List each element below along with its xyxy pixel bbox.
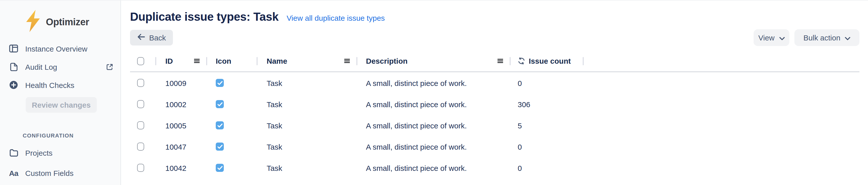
task-type-icon [216,79,224,87]
table-row[interactable]: 10002 Task A small, distinct piece of wo… [130,94,860,115]
cell-icon [206,94,256,115]
column-label-id: ID [165,57,173,65]
sidebar-item-label: Audit Log [25,62,57,71]
main-content: Duplicate issue types: Task View all dup… [122,0,868,185]
cell-icon [206,136,256,157]
sidebar-item-audit-log[interactable]: Audit Log [0,58,121,76]
header-cell-id: ID [155,51,206,71]
view-all-duplicates-link[interactable]: View all duplicate issue types [286,14,385,22]
cell-name: Task [256,136,356,157]
brand-name: Optimizer [46,17,89,28]
layout-icon [8,45,19,53]
cell-issue-count: 0 [509,157,583,179]
cell-issue-count: 0 [509,72,583,94]
cell-issue-count: 306 [509,94,583,115]
sidebar-item-label: Instance Overview [25,44,88,53]
sidebar-item-label: Projects [25,148,53,157]
cell-name: Task [256,157,356,179]
cell-description: A small, distinct piece of work. [356,136,509,157]
header-cell-issue-count: Issue count [509,51,583,71]
app-window: Optimizer Instance Overview [0,0,868,185]
row-checkbox[interactable] [137,100,144,108]
brand-logo: Optimizer [25,9,89,34]
refresh-icon[interactable] [518,57,525,65]
back-button-label: Back [149,33,166,42]
header-cell-select [130,51,155,71]
sidebar: Optimizer Instance Overview [0,0,121,185]
chevron-down-icon [779,33,784,42]
sidebar-item-instance-overview[interactable]: Instance Overview [0,39,121,58]
configuration-section-label: CONFIGURATION [23,132,73,138]
task-type-icon [216,121,224,129]
cell-icon [206,72,256,94]
sidebar-nav: Instance Overview Audit Log [0,39,121,94]
cell-id: 10042 [155,157,206,179]
chevron-down-icon [845,33,850,42]
column-label-description: Description [366,57,407,65]
duplicate-issue-types-table: ID Icon Name Description [130,51,860,179]
cell-id: 10005 [155,115,206,136]
table-row[interactable]: 10009 Task A small, distinct piece of wo… [130,72,860,94]
document-icon [8,62,19,71]
cell-icon [206,115,256,136]
arrow-left-icon [137,33,145,42]
cell-id: 10009 [155,72,206,94]
cell-icon [206,157,256,179]
toolbar: Back View Bulk action [130,29,860,46]
row-checkbox[interactable] [137,121,144,129]
cell-issue-count: 0 [509,136,583,157]
lightning-bolt-icon [25,9,41,34]
task-type-icon [216,100,224,108]
sidebar-item-label: Custom Fields [25,168,73,177]
bulk-action-button-label: Bulk action [804,33,840,42]
select-all-checkbox[interactable] [137,57,144,65]
cell-issue-count: 5 [509,115,583,136]
cell-description: A small, distinct piece of work. [356,72,509,94]
row-checkbox[interactable] [137,142,144,151]
sidebar-item-label: Health Checks [25,81,74,89]
header-cell-filler [583,51,860,71]
column-menu-icon[interactable] [194,59,199,63]
cell-id: 10002 [155,94,206,115]
table-row[interactable]: 10047 Task A small, distinct piece of wo… [130,136,860,157]
sidebar-item-health-checks[interactable]: Health Checks [0,76,121,94]
bulk-action-dropdown-button[interactable]: Bulk action [795,29,860,46]
cell-id: 10047 [155,136,206,157]
header-cell-icon: Icon [206,51,256,71]
sidebar-item-projects[interactable]: Projects [0,142,121,163]
row-checkbox[interactable] [137,164,144,172]
back-button[interactable]: Back [130,30,173,46]
review-changes-button[interactable]: Review changes [26,97,97,113]
page-header: Duplicate issue types: Task View all dup… [130,10,860,24]
column-menu-icon[interactable] [497,59,503,63]
cell-name: Task [256,72,356,94]
page-title: Duplicate issue types: Task [130,10,279,24]
table-row[interactable]: 10042 Task A small, distinct piece of wo… [130,157,860,179]
header-cell-name: Name [256,51,356,71]
folder-icon [8,149,19,156]
cell-description: A small, distinct piece of work. [356,94,509,115]
row-checkbox[interactable] [137,79,144,87]
column-menu-icon[interactable] [344,59,350,63]
toolbar-right: View Bulk action [753,29,860,46]
column-label-icon: Icon [216,57,231,65]
cell-description: A small, distinct piece of work. [356,157,509,179]
task-type-icon [216,164,224,172]
table-header-row: ID Icon Name Description [130,51,860,72]
external-link-icon [106,63,114,71]
sidebar-item-custom-fields[interactable]: Aa Custom Fields [0,163,121,183]
table-row[interactable]: 10005 Task A small, distinct piece of wo… [130,115,860,136]
text-aa-icon: Aa [8,168,19,177]
column-label-name: Name [267,57,287,65]
plus-circle-icon [8,80,19,89]
cell-name: Task [256,94,356,115]
task-type-icon [216,142,224,151]
cell-description: A small, distinct piece of work. [356,115,509,136]
view-dropdown-button[interactable]: View [753,29,789,46]
sidebar-config-nav: Projects Aa Custom Fields [0,142,121,183]
view-button-label: View [758,33,775,42]
column-label-issue-count: Issue count [529,57,571,65]
header-cell-description: Description [356,51,509,71]
cell-name: Task [256,115,356,136]
